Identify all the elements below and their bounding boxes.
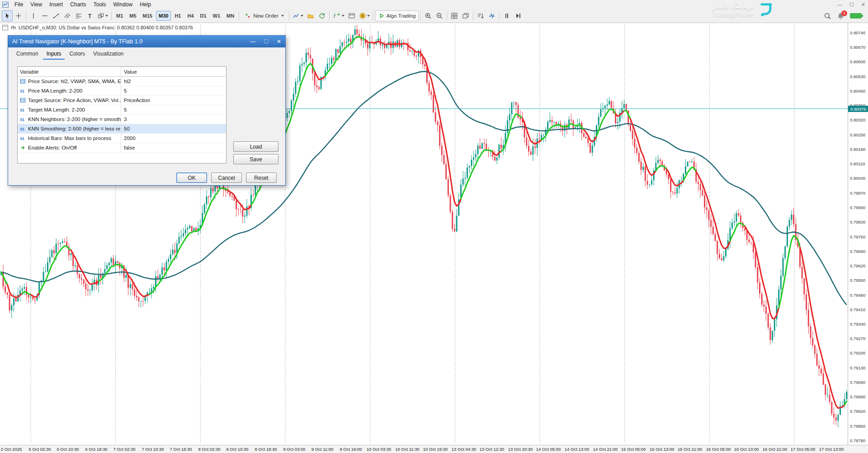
menu-item-help[interactable]: Help: [136, 0, 155, 9]
time-axis-label: 14 Oct 13:00: [565, 447, 589, 452]
time-axis-label: 6 Oct 02:30: [28, 447, 51, 452]
time-axis[interactable]: 2 Oct 20256 Oct 02:306 Oct 10:306 Oct 18…: [0, 445, 868, 453]
crosshair-button[interactable]: [13, 10, 24, 21]
text-button[interactable]: T: [85, 10, 95, 21]
channel-icon: [64, 12, 71, 19]
sort-button[interactable]: [475, 10, 486, 21]
price-axis[interactable]: 0.807400.806700.806000.805300.804600.803…: [848, 23, 868, 445]
equidistant-channel-button[interactable]: [62, 10, 73, 21]
save-button[interactable]: Save: [233, 154, 278, 164]
pulse-icon: [488, 12, 495, 19]
price-axis-label: 0.80460: [850, 89, 865, 93]
trendline-button[interactable]: [51, 10, 61, 21]
menu-item-window[interactable]: Window: [110, 0, 137, 9]
search-button[interactable]: [824, 12, 831, 20]
indicators-button[interactable]: f: [331, 10, 346, 21]
pause-icon: [503, 12, 510, 19]
timeframe-button-w1[interactable]: W1: [210, 11, 223, 21]
timeframe-button-m30[interactable]: M30: [156, 11, 171, 21]
time-axis-label: 13 Oct 20:30: [508, 447, 533, 452]
timeframe-button-d1[interactable]: D1: [198, 11, 209, 21]
pause-button[interactable]: [501, 10, 512, 21]
dialog-minimize-button[interactable]: —: [250, 38, 255, 45]
timeframe-button-m15[interactable]: M15: [140, 11, 155, 21]
menu-item-file[interactable]: File: [11, 0, 27, 9]
quotes-button[interactable]: $: [358, 10, 371, 21]
chevron-down-icon: [105, 15, 108, 17]
step-forward-button[interactable]: [513, 10, 524, 21]
window-minimize-button[interactable]: —: [837, 2, 842, 7]
shapes-button[interactable]: [96, 10, 109, 21]
price-axis-label: 0.78780: [850, 438, 865, 443]
algo-trading-button[interactable]: Algo Trading: [375, 10, 419, 21]
menu-item-tools[interactable]: Tools: [90, 0, 110, 9]
dialog-title-bar[interactable]: AI Trend Navigator [K-Neighbor] MT5 - By…: [8, 36, 285, 47]
reset-button[interactable]: Reset: [246, 173, 277, 183]
time-axis-label: 6 Oct 10:30: [57, 447, 79, 452]
templates-button[interactable]: [305, 10, 316, 21]
param-value[interactable]: 50: [121, 124, 226, 133]
param-row-6[interactable]: 01KNN Smoothing: 2-500 (higher = less re…: [18, 124, 226, 134]
menu-item-insert[interactable]: Insert: [46, 0, 66, 9]
param-value[interactable]: PriceAction: [121, 96, 226, 105]
param-row-5[interactable]: 01KNN Neighbors: 2-200 (higher = smooth.…: [18, 115, 226, 124]
load-button[interactable]: Load: [233, 141, 278, 152]
timeframe-button-m1[interactable]: M1: [113, 11, 126, 21]
cursor-button[interactable]: [2, 10, 13, 21]
dialog-maximize-button[interactable]: ☐: [264, 38, 269, 45]
chart-window-button[interactable]: [346, 10, 357, 21]
cancel-button[interactable]: Cancel: [211, 173, 242, 183]
dialog-close-button[interactable]: ✕: [277, 38, 281, 45]
param-row-4[interactable]: 01Target MA Length: 2-2005: [18, 105, 226, 115]
fibonacci-button[interactable]: [73, 10, 84, 21]
param-row-3[interactable]: Target Source: Price Action, VWAP, Vol..…: [18, 96, 226, 105]
tile-windows-button[interactable]: [449, 10, 460, 21]
dialog-tab-colors[interactable]: Colors: [66, 49, 89, 60]
notifications-button[interactable]: 1: [837, 12, 844, 20]
dialog-tab-visualization[interactable]: Visualization: [90, 49, 127, 60]
line-chart-icon: [292, 12, 300, 19]
timeframe-button-m5[interactable]: M5: [127, 11, 139, 21]
param-value[interactable]: false: [121, 143, 226, 152]
window-maximize-button[interactable]: ☐: [849, 2, 854, 8]
vertical-line-button[interactable]: [28, 10, 39, 21]
param-value[interactable]: hl2: [121, 77, 226, 86]
param-row-7[interactable]: 01Historical Bars: Max bars to process20…: [18, 134, 226, 143]
folder-icon: [307, 12, 314, 19]
param-row-1[interactable]: Price Source: hl2, VWAP, SMA, WMA, E...h…: [18, 77, 226, 86]
param-row-2[interactable]: 01Price MA Length: 2-2005: [18, 86, 226, 96]
time-axis-label: 8 Oct 02:30: [198, 447, 220, 452]
ok-button[interactable]: OK: [176, 173, 207, 183]
dialog-tab-inputs[interactable]: Inputs: [43, 49, 65, 60]
dialog-tab-common[interactable]: Common: [13, 49, 42, 60]
svg-text:01: 01: [20, 136, 25, 141]
param-row-8[interactable]: Enable Alerts: On/Offfalse: [18, 143, 226, 153]
cascade-windows-button[interactable]: [460, 10, 471, 21]
price-axis-label: 0.79620: [850, 263, 865, 268]
param-label: 01KNN Neighbors: 2-200 (higher = smooth.…: [18, 115, 121, 124]
param-value[interactable]: 5: [121, 105, 226, 114]
time-axis-label: 10 Oct 11:30: [395, 447, 420, 452]
param-value[interactable]: 3: [121, 115, 226, 124]
price-axis-label: 0.80320: [850, 117, 865, 122]
refresh-button[interactable]: [316, 10, 327, 21]
market-watch-button[interactable]: [486, 10, 497, 21]
zoom-out-button[interactable]: [434, 10, 445, 21]
window-close-button[interactable]: ✕: [861, 2, 865, 8]
menu-item-view[interactable]: View: [27, 0, 46, 9]
param-value[interactable]: 5: [121, 86, 226, 95]
param-label: Target Source: Price Action, VWAP, Vol..…: [18, 96, 121, 105]
new-order-button[interactable]: New Order: [241, 10, 287, 21]
param-value[interactable]: 2000: [121, 134, 226, 143]
timeframe-button-mn[interactable]: MN: [224, 11, 237, 21]
chart-type-button[interactable]: [291, 10, 305, 21]
notification-badge: 1: [841, 10, 847, 16]
zoom-in-button[interactable]: [423, 10, 434, 21]
menu-item-charts[interactable]: Charts: [66, 0, 90, 9]
time-axis-label: 2 Oct 2025: [1, 447, 22, 452]
cursor-icon: [4, 12, 11, 19]
horizontal-line-button[interactable]: [39, 10, 50, 21]
timeframe-button-h4[interactable]: H4: [184, 11, 196, 21]
timeframe-button-h1[interactable]: H1: [172, 11, 184, 21]
new-order-icon: [244, 12, 251, 19]
